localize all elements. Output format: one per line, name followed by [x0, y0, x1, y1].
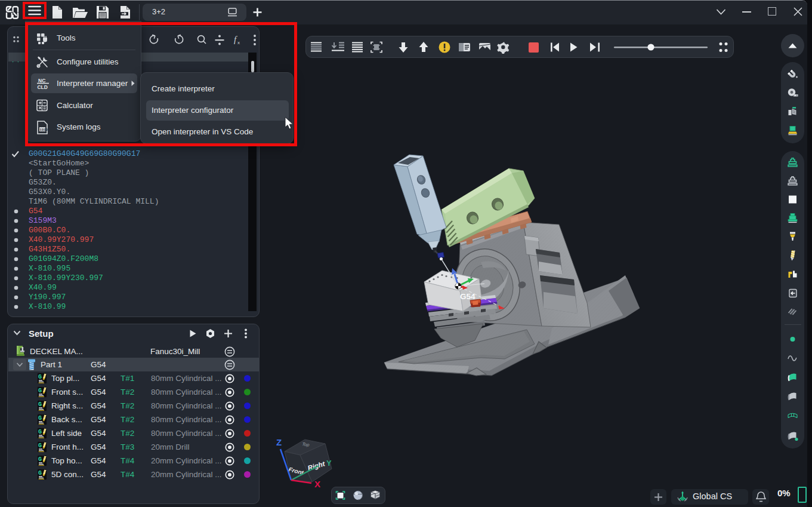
svg-text:G: G [38, 456, 42, 463]
svg-text:G: G [38, 429, 42, 435]
svg-text:G: G [38, 401, 42, 408]
svg-text:Top: Top [302, 441, 310, 448]
svg-text:G: G [38, 374, 42, 380]
svg-text:G: G [38, 415, 42, 422]
svg-text:X: X [314, 479, 320, 489]
svg-text:Y: Y [326, 459, 332, 468]
svg-text:G: G [38, 443, 42, 449]
svg-text:G: G [38, 470, 42, 477]
svg-text:G: G [38, 388, 42, 394]
svg-text:Z: Z [276, 437, 282, 447]
